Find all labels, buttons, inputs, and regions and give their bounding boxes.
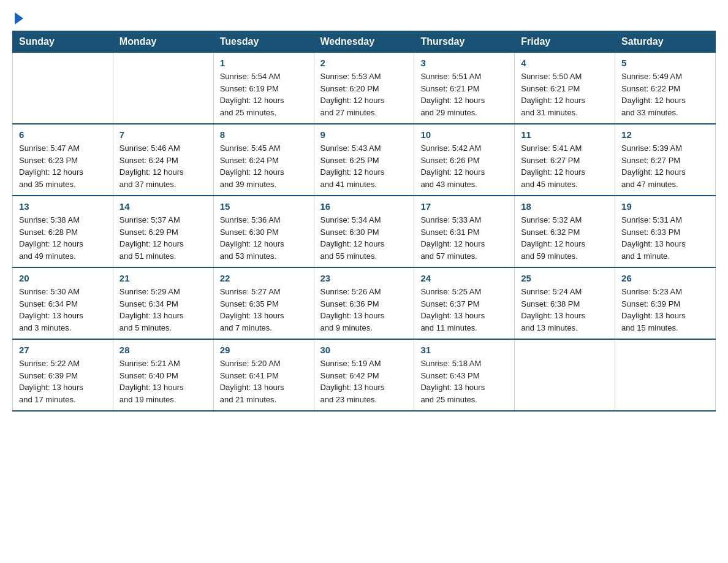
day-number: 19	[621, 201, 709, 212]
day-detail: Sunrise: 5:29 AMSunset: 6:34 PMDaylight:…	[119, 286, 207, 334]
calendar-cell: 31Sunrise: 5:18 AMSunset: 6:43 PMDayligh…	[414, 339, 515, 411]
calendar-cell: 20Sunrise: 5:30 AMSunset: 6:34 PMDayligh…	[13, 267, 113, 339]
calendar-cell: 14Sunrise: 5:37 AMSunset: 6:29 PMDayligh…	[113, 196, 213, 267]
calendar-week-row: 27Sunrise: 5:22 AMSunset: 6:39 PMDayligh…	[13, 339, 716, 411]
day-detail: Sunrise: 5:36 AMSunset: 6:30 PMDaylight:…	[220, 214, 308, 262]
day-number: 2	[320, 58, 408, 68]
calendar-cell: 2Sunrise: 5:53 AMSunset: 6:20 PMDaylight…	[314, 53, 414, 124]
day-detail: Sunrise: 5:41 AMSunset: 6:27 PMDaylight:…	[521, 142, 609, 190]
calendar-week-row: 6Sunrise: 5:47 AMSunset: 6:23 PMDaylight…	[13, 124, 716, 196]
calendar-cell: 19Sunrise: 5:31 AMSunset: 6:33 PMDayligh…	[615, 196, 716, 267]
day-number: 11	[521, 129, 609, 140]
day-detail: Sunrise: 5:39 AMSunset: 6:27 PMDaylight:…	[621, 142, 709, 190]
day-number: 6	[19, 129, 107, 140]
weekday-header-row: SundayMondayTuesdayWednesdayThursdayFrid…	[13, 31, 716, 53]
calendar-cell: 30Sunrise: 5:19 AMSunset: 6:42 PMDayligh…	[314, 339, 414, 411]
day-detail: Sunrise: 5:50 AMSunset: 6:21 PMDaylight:…	[521, 71, 609, 118]
calendar-cell: 25Sunrise: 5:24 AMSunset: 6:38 PMDayligh…	[515, 267, 615, 339]
day-detail: Sunrise: 5:37 AMSunset: 6:29 PMDaylight:…	[119, 214, 207, 262]
day-detail: Sunrise: 5:46 AMSunset: 6:24 PMDaylight:…	[119, 142, 207, 190]
day-detail: Sunrise: 5:26 AMSunset: 6:36 PMDaylight:…	[320, 286, 408, 334]
day-detail: Sunrise: 5:18 AMSunset: 6:43 PMDaylight:…	[420, 358, 508, 405]
calendar-cell: 15Sunrise: 5:36 AMSunset: 6:30 PMDayligh…	[213, 196, 314, 267]
calendar-cell: 29Sunrise: 5:20 AMSunset: 6:41 PMDayligh…	[213, 339, 314, 411]
day-number: 27	[19, 345, 107, 355]
calendar-body: 1Sunrise: 5:54 AMSunset: 6:19 PMDaylight…	[13, 53, 716, 412]
calendar-cell: 13Sunrise: 5:38 AMSunset: 6:28 PMDayligh…	[13, 196, 113, 267]
calendar-cell	[515, 339, 615, 411]
day-detail: Sunrise: 5:19 AMSunset: 6:42 PMDaylight:…	[320, 358, 408, 405]
day-number: 17	[420, 201, 508, 212]
weekday-header-monday: Monday	[113, 31, 213, 53]
day-detail: Sunrise: 5:31 AMSunset: 6:33 PMDaylight:…	[621, 214, 709, 262]
day-number: 5	[621, 58, 709, 68]
calendar-cell: 28Sunrise: 5:21 AMSunset: 6:40 PMDayligh…	[113, 339, 213, 411]
day-number: 15	[220, 201, 308, 212]
day-detail: Sunrise: 5:47 AMSunset: 6:23 PMDaylight:…	[19, 142, 107, 190]
day-detail: Sunrise: 5:54 AMSunset: 6:19 PMDaylight:…	[220, 71, 308, 118]
calendar-cell: 6Sunrise: 5:47 AMSunset: 6:23 PMDaylight…	[13, 124, 113, 196]
weekday-header-sunday: Sunday	[13, 31, 113, 53]
calendar-cell: 23Sunrise: 5:26 AMSunset: 6:36 PMDayligh…	[314, 267, 414, 339]
day-number: 8	[220, 129, 308, 140]
day-number: 29	[220, 345, 308, 355]
calendar-cell: 27Sunrise: 5:22 AMSunset: 6:39 PMDayligh…	[13, 339, 113, 411]
calendar-cell: 17Sunrise: 5:33 AMSunset: 6:31 PMDayligh…	[414, 196, 515, 267]
day-number: 22	[220, 273, 308, 283]
day-number: 21	[119, 273, 207, 283]
calendar-cell: 10Sunrise: 5:42 AMSunset: 6:26 PMDayligh…	[414, 124, 515, 196]
day-detail: Sunrise: 5:25 AMSunset: 6:37 PMDaylight:…	[420, 286, 508, 334]
calendar-cell: 24Sunrise: 5:25 AMSunset: 6:37 PMDayligh…	[414, 267, 515, 339]
day-number: 30	[320, 345, 408, 355]
day-number: 23	[320, 273, 408, 283]
day-number: 24	[420, 273, 508, 283]
day-detail: Sunrise: 5:30 AMSunset: 6:34 PMDaylight:…	[19, 286, 107, 334]
day-detail: Sunrise: 5:49 AMSunset: 6:22 PMDaylight:…	[621, 71, 709, 118]
calendar-cell: 7Sunrise: 5:46 AMSunset: 6:24 PMDaylight…	[113, 124, 213, 196]
weekday-header-wednesday: Wednesday	[314, 31, 414, 53]
calendar-week-row: 13Sunrise: 5:38 AMSunset: 6:28 PMDayligh…	[13, 196, 716, 267]
day-detail: Sunrise: 5:51 AMSunset: 6:21 PMDaylight:…	[420, 71, 508, 118]
day-detail: Sunrise: 5:24 AMSunset: 6:38 PMDaylight:…	[521, 286, 609, 334]
calendar-cell: 26Sunrise: 5:23 AMSunset: 6:39 PMDayligh…	[615, 267, 716, 339]
calendar-cell: 22Sunrise: 5:27 AMSunset: 6:35 PMDayligh…	[213, 267, 314, 339]
calendar-cell: 16Sunrise: 5:34 AMSunset: 6:30 PMDayligh…	[314, 196, 414, 267]
calendar-cell: 18Sunrise: 5:32 AMSunset: 6:32 PMDayligh…	[515, 196, 615, 267]
day-detail: Sunrise: 5:21 AMSunset: 6:40 PMDaylight:…	[119, 358, 207, 405]
day-number: 13	[19, 201, 107, 212]
day-detail: Sunrise: 5:42 AMSunset: 6:26 PMDaylight:…	[420, 142, 508, 190]
calendar-table: SundayMondayTuesdayWednesdayThursdayFrid…	[12, 31, 716, 412]
day-number: 18	[521, 201, 609, 212]
weekday-header-thursday: Thursday	[414, 31, 515, 53]
day-number: 25	[521, 273, 609, 283]
day-number: 1	[220, 58, 308, 68]
day-number: 16	[320, 201, 408, 212]
calendar-cell: 12Sunrise: 5:39 AMSunset: 6:27 PMDayligh…	[615, 124, 716, 196]
day-number: 20	[19, 273, 107, 283]
day-number: 10	[420, 129, 508, 140]
day-number: 31	[420, 345, 508, 355]
day-detail: Sunrise: 5:45 AMSunset: 6:24 PMDaylight:…	[220, 142, 308, 190]
day-detail: Sunrise: 5:27 AMSunset: 6:35 PMDaylight:…	[220, 286, 308, 334]
calendar-header: SundayMondayTuesdayWednesdayThursdayFrid…	[13, 31, 716, 53]
calendar-cell: 9Sunrise: 5:43 AMSunset: 6:25 PMDaylight…	[314, 124, 414, 196]
calendar-cell: 3Sunrise: 5:51 AMSunset: 6:21 PMDaylight…	[414, 53, 515, 124]
day-number: 7	[119, 129, 207, 140]
day-number: 12	[621, 129, 709, 140]
calendar-cell: 8Sunrise: 5:45 AMSunset: 6:24 PMDaylight…	[213, 124, 314, 196]
calendar-cell: 11Sunrise: 5:41 AMSunset: 6:27 PMDayligh…	[515, 124, 615, 196]
logo	[12, 12, 25, 25]
day-number: 28	[119, 345, 207, 355]
day-detail: Sunrise: 5:43 AMSunset: 6:25 PMDaylight:…	[320, 142, 408, 190]
calendar-cell: 5Sunrise: 5:49 AMSunset: 6:22 PMDaylight…	[615, 53, 716, 124]
calendar-cell	[113, 53, 213, 124]
day-detail: Sunrise: 5:33 AMSunset: 6:31 PMDaylight:…	[420, 214, 508, 262]
day-detail: Sunrise: 5:32 AMSunset: 6:32 PMDaylight:…	[521, 214, 609, 262]
day-detail: Sunrise: 5:23 AMSunset: 6:39 PMDaylight:…	[621, 286, 709, 334]
calendar-cell	[13, 53, 113, 124]
day-number: 26	[621, 273, 709, 283]
day-detail: Sunrise: 5:20 AMSunset: 6:41 PMDaylight:…	[220, 358, 308, 405]
weekday-header-saturday: Saturday	[615, 31, 716, 53]
day-number: 4	[521, 58, 609, 68]
day-detail: Sunrise: 5:22 AMSunset: 6:39 PMDaylight:…	[19, 358, 107, 405]
